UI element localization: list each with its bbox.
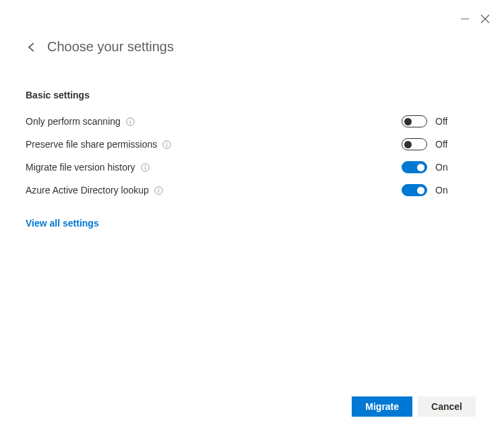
setting-row-version-history: Migrate file version history On: [26, 161, 451, 173]
minimize-button[interactable]: [460, 13, 470, 24]
migrate-button[interactable]: Migrate: [352, 396, 412, 417]
info-icon[interactable]: [154, 186, 163, 195]
minimize-icon: [460, 14, 470, 24]
svg-point-4: [130, 119, 131, 120]
setting-control: On: [402, 184, 451, 196]
header: Choose your settings: [0, 0, 504, 55]
setting-label-group: Only perform scanning: [26, 116, 135, 127]
setting-label: Only perform scanning: [26, 116, 121, 127]
content: Basic settings Only perform scanning Off…: [0, 55, 504, 229]
toggle-aad-lookup[interactable]: [402, 184, 427, 196]
info-icon[interactable]: [162, 140, 171, 149]
toggle-version-history[interactable]: [402, 161, 427, 173]
section-title-basic: Basic settings: [26, 90, 451, 100]
toggle-scanning[interactable]: [402, 115, 427, 127]
setting-control: On: [402, 161, 451, 173]
setting-label-group: Preserve file share permissions: [26, 139, 171, 150]
info-icon[interactable]: [126, 117, 135, 126]
toggle-permissions[interactable]: [402, 138, 427, 150]
setting-control: Off: [402, 115, 451, 127]
window-controls: [460, 13, 491, 24]
svg-rect-11: [145, 167, 146, 169]
close-button[interactable]: [480, 13, 491, 24]
setting-label-group: Migrate file version history: [26, 162, 150, 173]
svg-point-7: [166, 142, 167, 143]
setting-label-group: Azure Active Directory lookup: [26, 185, 163, 196]
setting-row-aad-lookup: Azure Active Directory lookup On: [26, 184, 451, 196]
info-icon[interactable]: [141, 163, 150, 172]
cancel-button[interactable]: Cancel: [418, 396, 476, 417]
close-icon: [480, 14, 490, 24]
footer: Migrate Cancel: [352, 396, 476, 417]
setting-row-permissions: Preserve file share permissions Off: [26, 138, 451, 150]
setting-label: Migrate file version history: [26, 162, 135, 173]
toggle-state-label: Off: [435, 139, 451, 150]
toggle-state-label: On: [435, 185, 451, 196]
svg-rect-8: [166, 144, 167, 146]
svg-rect-14: [158, 189, 159, 192]
chevron-left-icon: [28, 42, 36, 52]
back-button[interactable]: [26, 41, 38, 53]
setting-control: Off: [402, 138, 451, 150]
page-title: Choose your settings: [47, 39, 174, 55]
setting-label: Preserve file share permissions: [26, 139, 157, 150]
svg-point-13: [158, 188, 159, 189]
toggle-state-label: On: [435, 162, 451, 173]
view-all-settings-link[interactable]: View all settings: [26, 218, 99, 229]
setting-label: Azure Active Directory lookup: [26, 185, 149, 196]
setting-row-scanning: Only perform scanning Off: [26, 115, 451, 127]
svg-rect-5: [130, 121, 131, 123]
svg-point-10: [144, 165, 145, 166]
toggle-state-label: Off: [435, 116, 451, 127]
